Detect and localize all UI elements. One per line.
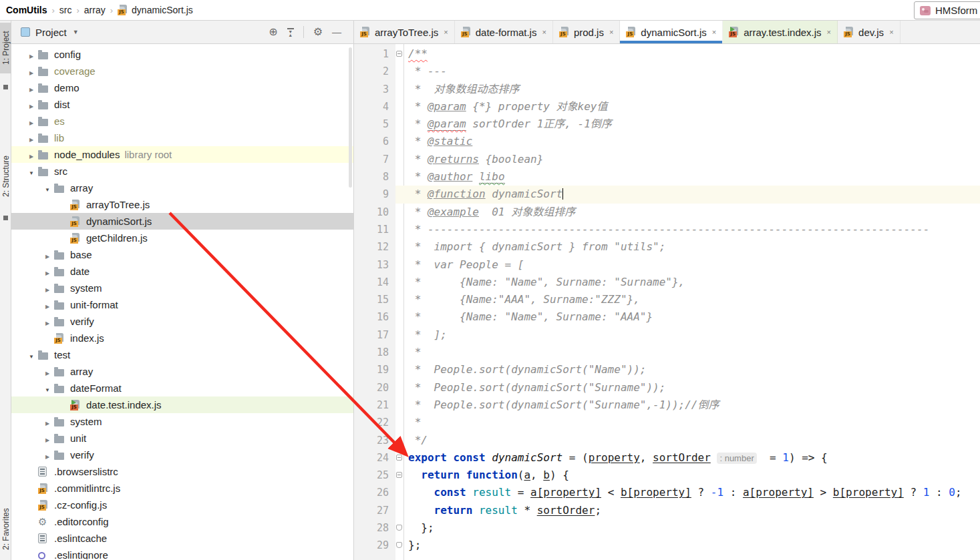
chevron-down-icon[interactable]: ▼ — [73, 29, 79, 35]
tree-item-unit[interactable]: ▶unit — [11, 430, 353, 447]
chevron-right-icon[interactable]: ▶ — [45, 270, 49, 276]
tree-item--editorconfig[interactable]: ⚙.editorconfig — [11, 513, 353, 530]
tree-item-src[interactable]: ▼src — [11, 163, 353, 180]
tree-item-system[interactable]: ▶system — [11, 280, 353, 296]
code-line-20[interactable]: 20 * People.sort(dynamicSort("Surname"))… — [354, 379, 980, 396]
code-line-8[interactable]: 8 * @author libo — [354, 168, 980, 186]
tree-item-dynamicsort-js[interactable]: JSdynamicSort.js — [11, 213, 353, 230]
close-icon[interactable]: × — [827, 28, 831, 36]
tree-item-es[interactable]: ▶es — [11, 113, 353, 129]
fold-end-icon[interactable] — [396, 542, 402, 548]
chevron-right-icon[interactable]: ▶ — [29, 70, 33, 76]
hide-panel-icon[interactable]: — — [332, 27, 341, 37]
code-line-3[interactable]: 3 * 对象数组动态排序 — [354, 81, 980, 98]
tree-item-test[interactable]: ▼test — [11, 346, 353, 363]
tree-item--browserslistrc[interactable]: .browserslistrc — [11, 463, 353, 480]
chevron-down-icon[interactable]: ▼ — [45, 187, 50, 193]
close-icon[interactable]: × — [712, 28, 716, 36]
tab-date-format-js[interactable]: JSdate-format.js× — [455, 21, 553, 43]
chevron-down-icon[interactable]: ▼ — [45, 387, 50, 393]
tree-item--commitlintrc-js[interactable]: JS.commitlintrc.js — [11, 480, 353, 497]
close-icon[interactable]: × — [542, 28, 546, 36]
chevron-right-icon[interactable]: ▶ — [29, 53, 33, 59]
chevron-down-icon[interactable]: ▼ — [29, 170, 34, 176]
tab-dynamicsort-js[interactable]: JSdynamicSort.js× — [620, 21, 723, 43]
code-line-1[interactable]: 1/** — [354, 45, 980, 63]
tab-dev-js[interactable]: JSdev.js× — [838, 21, 901, 43]
tree-item--eslintcache[interactable]: .eslintcache — [11, 530, 353, 547]
code-line-6[interactable]: 6 * @static — [354, 133, 980, 150]
close-icon[interactable]: × — [889, 28, 893, 36]
tree-item-arraytotree-js[interactable]: JSarrayToTree.js — [11, 196, 353, 213]
code-line-7[interactable]: 7 * @returns {boolean} — [354, 151, 980, 168]
code-editor[interactable]: 1/**2 * ---3 * 对象数组动态排序4 * @param {*} pr… — [354, 44, 980, 560]
locate-file-icon[interactable]: ⊕ — [269, 27, 277, 37]
chevron-right-icon[interactable]: ▶ — [29, 120, 33, 126]
code-line-24[interactable]: 24export const dynamicSort = (property, … — [354, 449, 980, 467]
code-line-10[interactable]: 10 * @example 01 对象数组排序 — [354, 204, 980, 221]
chevron-right-icon[interactable]: ▶ — [45, 254, 49, 260]
code-line-12[interactable]: 12 * import { dynamicSort } from "utils"… — [354, 238, 980, 256]
tree-item-array[interactable]: ▼array — [11, 180, 353, 196]
tree-item-date-test-index-js[interactable]: JSdate.test.index.js — [11, 396, 353, 413]
chevron-right-icon[interactable]: ▶ — [45, 421, 49, 427]
structure-tool-icon[interactable] — [3, 216, 8, 220]
fold-marker-icon[interactable] — [396, 472, 402, 478]
code-line-9[interactable]: 9 * @function dynamicSort — [354, 186, 980, 203]
chevron-right-icon[interactable]: ▶ — [45, 370, 49, 376]
code-line-17[interactable]: 17 * ]; — [354, 326, 980, 344]
code-line-2[interactable]: 2 * --- — [354, 63, 980, 80]
breadcrumb-file[interactable]: JS dynamicSort.js — [118, 5, 193, 15]
code-line-25[interactable]: 25 return function(a, b) { — [354, 467, 980, 484]
code-line-21[interactable]: 21 * People.sort(dynamicSort("Surname",-… — [354, 396, 980, 414]
tab-array-test-index-js[interactable]: JSarray.test.index.js× — [723, 21, 838, 43]
tree-item-index-js[interactable]: JSindex.js — [11, 330, 353, 346]
breadcrumb-array[interactable]: array — [84, 5, 106, 15]
code-line-18[interactable]: 18 * — [354, 344, 980, 361]
tree-item-dateformat[interactable]: ▼dateFormat — [11, 380, 353, 396]
stripe-tab-structure[interactable]: 2: Structure — [0, 148, 11, 205]
tree-item-coverage[interactable]: ▶coverage — [11, 63, 353, 79]
tab-prod-js[interactable]: JSprod.js× — [553, 21, 620, 43]
gear-icon[interactable]: ⚙ — [313, 27, 323, 37]
tree-item-node-modules[interactable]: ▶node_moduleslibrary root — [11, 146, 353, 163]
tree-item-demo[interactable]: ▶demo — [11, 79, 353, 96]
tree-item--cz-config-js[interactable]: JS.cz-config.js — [11, 497, 353, 513]
tree-item-lib[interactable]: ▶lib — [11, 129, 353, 146]
tree-item-verify[interactable]: ▶verify — [11, 447, 353, 463]
chevron-right-icon[interactable]: ▶ — [45, 454, 49, 460]
stripe-tab-project[interactable]: 1: Project — [0, 23, 11, 73]
chevron-right-icon[interactable]: ▶ — [45, 287, 49, 293]
collapse-all-icon[interactable]: ▼▲ — [287, 28, 294, 37]
close-icon[interactable]: × — [444, 28, 448, 36]
code-line-27[interactable]: 27 return result * sortOrder; — [354, 502, 980, 519]
tree-item-dist[interactable]: ▶dist — [11, 96, 353, 113]
breadcrumb-src[interactable]: src — [59, 5, 72, 15]
code-line-23[interactable]: 23 */ — [354, 432, 980, 449]
code-line-14[interactable]: 14 * {Name: "Name", Surname: "Surname"}, — [354, 274, 980, 291]
fold-end-icon[interactable] — [396, 525, 402, 531]
tab-arraytotree-js[interactable]: JSarrayToTree.js× — [354, 21, 455, 43]
code-line-28[interactable]: 28 }; — [354, 519, 980, 537]
code-line-16[interactable]: 16 * {Name: "Name", Surname: "AAA"} — [354, 308, 980, 326]
code-line-19[interactable]: 19 * People.sort(dynamicSort("Name")); — [354, 361, 980, 378]
code-line-22[interactable]: 22 * — [354, 414, 980, 431]
breadcrumb-project[interactable]: ComUtils — [6, 5, 47, 15]
code-line-11[interactable]: 11 * -----------------------------------… — [354, 221, 980, 238]
chevron-right-icon[interactable]: ▶ — [45, 437, 49, 443]
fold-marker-icon[interactable] — [396, 51, 402, 57]
commit-tool-icon[interactable] — [3, 85, 8, 89]
close-icon[interactable]: × — [609, 28, 613, 36]
code-line-15[interactable]: 15 * {Name:"AAA", Surname:"ZZZ"}, — [354, 291, 980, 308]
tree-item-verify[interactable]: ▶verify — [11, 313, 353, 330]
chevron-right-icon[interactable]: ▶ — [45, 304, 49, 310]
tree-item-base[interactable]: ▶base — [11, 246, 353, 263]
tree-item-unit-format[interactable]: ▶unit-format — [11, 296, 353, 313]
chevron-right-icon[interactable]: ▶ — [29, 154, 33, 160]
code-line-13[interactable]: 13 * var People = [ — [354, 256, 980, 274]
tree-item-date[interactable]: ▶date — [11, 263, 353, 280]
code-line-5[interactable]: 5 * @param sortOrder 1正序, -1倒序 — [354, 115, 980, 133]
tree-scrollbar[interactable] — [349, 47, 352, 188]
code-line-26[interactable]: 26 const result = a[property] < b[proper… — [354, 484, 980, 501]
stripe-tab-favorites[interactable]: 2: Favorites — [0, 503, 11, 556]
